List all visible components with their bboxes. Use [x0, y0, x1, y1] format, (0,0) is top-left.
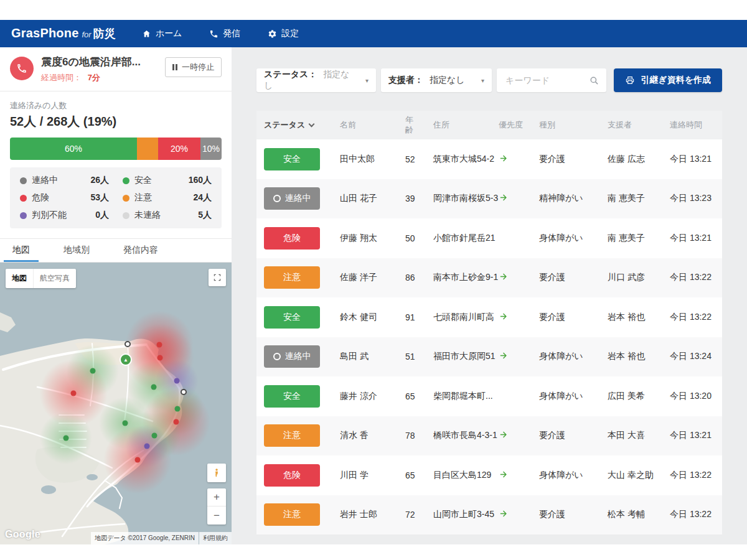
elapsed-value: 7分: [88, 73, 100, 82]
cell-supporter: 南 恵美子: [608, 233, 670, 244]
tab-broadcast-content[interactable]: 発信内容: [115, 239, 167, 262]
table-row[interactable]: 安全鈴木 健司91七頭郡南川町高要介護岩本 裕也今日 13:22: [256, 297, 722, 337]
status-badge[interactable]: 注意: [264, 503, 320, 526]
map-marker-danger[interactable]: [174, 419, 179, 425]
legend-dot: [123, 195, 129, 202]
status-badge-label: 危険: [283, 470, 301, 481]
status-badge[interactable]: 注意: [264, 266, 320, 289]
status-badge[interactable]: 危険: [264, 227, 320, 250]
cell-name: 山田 花子: [340, 193, 405, 204]
cell-age: 39: [405, 194, 433, 203]
printer-icon: [625, 75, 635, 85]
supporter-filter-dropdown[interactable]: 支援者：指定なし ▾: [381, 68, 492, 92]
map-marker-danger[interactable]: [157, 342, 162, 348]
calling-spinner-icon: [273, 353, 281, 360]
evacuation-site-icon[interactable]: ▲: [120, 353, 132, 366]
pause-button[interactable]: 一時停止: [165, 57, 222, 77]
map-canvas[interactable]: ▲ 地図 航空写真 + − Google: [0, 263, 232, 544]
main-panel: ステータス：指定なし ▾ 支援者：指定なし ▾ 引継ぎ資料を作成: [232, 47, 747, 544]
supporter-filter-value: 指定なし: [430, 75, 465, 85]
map-marker-safe[interactable]: [151, 385, 157, 390]
keyword-search-input[interactable]: [504, 75, 579, 86]
column-header: 住所: [433, 119, 499, 131]
priority-right-arrow-icon: [499, 350, 539, 363]
map-marker-unknown[interactable]: [125, 341, 131, 347]
status-badge[interactable]: 安全: [264, 306, 320, 329]
cell-supporter: 広田 美希: [608, 391, 670, 402]
status-badge[interactable]: 危険: [264, 464, 320, 487]
status-badge-label: 安全: [283, 154, 301, 165]
search-icon: [590, 76, 599, 85]
status-filter-dropdown[interactable]: ステータス：指定なし ▾: [256, 68, 376, 92]
cell-age: 52: [405, 154, 433, 164]
map-marker-safe[interactable]: [90, 368, 96, 374]
table-row[interactable]: 連絡中山田 花子39岡津市南桜坂5-3精神障がい南 恵美子今日 13:23: [256, 179, 722, 219]
cell-address: 小館市針尾岳21: [433, 233, 499, 244]
create-handover-document-button[interactable]: 引継ぎ資料を作成: [614, 68, 722, 92]
contact-stats: 連絡済みの人数 52人 / 268人 (19%) 60%20%10% 連絡中26…: [0, 91, 232, 239]
app-logo[interactable]: GrasPhone for 防災: [11, 26, 116, 41]
map-marker-danger[interactable]: [71, 391, 77, 396]
zoom-in-button[interactable]: +: [207, 488, 226, 506]
table-row[interactable]: 危険川田 学65目白区大島129身体障がい大山 幸之助今日 13:22: [256, 455, 722, 495]
map-marker-safe[interactable]: [152, 433, 157, 439]
calling-spinner-icon: [273, 195, 281, 202]
status-badge[interactable]: 連絡中: [264, 345, 320, 368]
cell-address: 岡津市南桜坂5-3: [433, 193, 499, 204]
cell-supporter: 岩本 裕也: [608, 351, 670, 362]
table-row[interactable]: 注意岩井 士郎72山岡市上町3-45要介護松本 考輔今日 13:22: [256, 495, 722, 535]
legend-label: 未連絡: [134, 210, 161, 221]
nav-item-label: ホーム: [156, 28, 182, 39]
map-fullscreen-button[interactable]: [209, 269, 226, 286]
table-row[interactable]: 安全田中太郎52筑東市大城54-2要介護佐藤 広志今日 13:21: [256, 139, 722, 179]
nav-item-settings[interactable]: 設定: [268, 28, 299, 39]
cell-type: 身体障がい: [539, 233, 608, 244]
column-header-label: 年齢: [405, 115, 414, 134]
map-marker-danger[interactable]: [157, 355, 163, 361]
cell-address: 柴岡郡堀本町...: [433, 391, 499, 402]
nav-item-home[interactable]: ホーム: [142, 28, 182, 39]
map-data-credit: 地図データ ©2017 Google, ZENRIN: [91, 532, 199, 544]
nav-item-call[interactable]: 発信: [209, 28, 240, 39]
tab-map[interactable]: 地図: [4, 239, 39, 262]
cell-name: 田中太郎: [340, 154, 405, 165]
home-icon: [142, 29, 151, 39]
street-view-pegman-button[interactable]: [207, 464, 226, 482]
table-row[interactable]: 注意清水 香78橋咲市長島4-3-1要介護本田 大喜今日 13:21: [256, 416, 722, 456]
table-row[interactable]: 危険伊藤 翔太50小館市針尾岳21身体障がい南 恵美子今日 13:21: [256, 218, 722, 258]
terms-link[interactable]: 利用規約: [199, 532, 232, 544]
map-type-map-button[interactable]: 地図: [6, 269, 33, 288]
map-marker-safe[interactable]: [123, 421, 128, 426]
legend-value: 53人: [90, 192, 109, 203]
map-marker-safe[interactable]: [63, 436, 69, 441]
pegman-icon: [212, 468, 222, 478]
map-marker-unclear[interactable]: [174, 378, 180, 384]
legend-label: 安全: [134, 175, 152, 186]
map-marker-unclear[interactable]: [144, 444, 150, 449]
map-marker-danger[interactable]: [135, 457, 141, 463]
status-badge[interactable]: 注意: [264, 424, 320, 447]
table-row[interactable]: 注意佐藤 洋子86南本市上砂金9-1要介護川口 武彦今日 13:22: [256, 258, 722, 298]
column-header-label: ステータス: [264, 119, 305, 131]
map-marker-unknown[interactable]: [181, 389, 187, 395]
cell-age: 65: [405, 470, 433, 480]
status-badge[interactable]: 安全: [264, 385, 320, 408]
legend-label: 連絡中: [32, 175, 58, 186]
cell-type: 身体障がい: [539, 470, 608, 481]
map-type-satellite-button[interactable]: 航空写真: [33, 269, 76, 288]
status-badge[interactable]: 連絡中: [264, 187, 320, 210]
chevron-down-icon: ▾: [365, 77, 369, 84]
stats-label: 連絡済みの人数: [10, 100, 222, 111]
app-frame: GrasPhone for 防災 ホーム発信設定 震度6の地震沿岸部... 経過…: [0, 20, 747, 544]
status-badge[interactable]: 安全: [264, 148, 320, 170]
status-badge-label: 連絡中: [285, 351, 311, 362]
column-header[interactable]: ステータス: [264, 119, 340, 131]
cell-name: 清水 香: [340, 430, 405, 441]
map-marker-safe[interactable]: [175, 406, 181, 412]
table-row[interactable]: 連絡中島田 武51福田市大原岡51身体障がい岩本 裕也今日 13:24: [256, 337, 722, 377]
tab-by-region[interactable]: 地域別: [55, 239, 98, 262]
priority-right-arrow-icon: [499, 429, 539, 442]
column-header: 年齢: [405, 115, 433, 134]
zoom-out-button[interactable]: −: [207, 506, 226, 525]
table-row[interactable]: 安全藤井 涼介65柴岡郡堀本町...身体障がい広田 美希今日 13:20: [256, 376, 722, 416]
